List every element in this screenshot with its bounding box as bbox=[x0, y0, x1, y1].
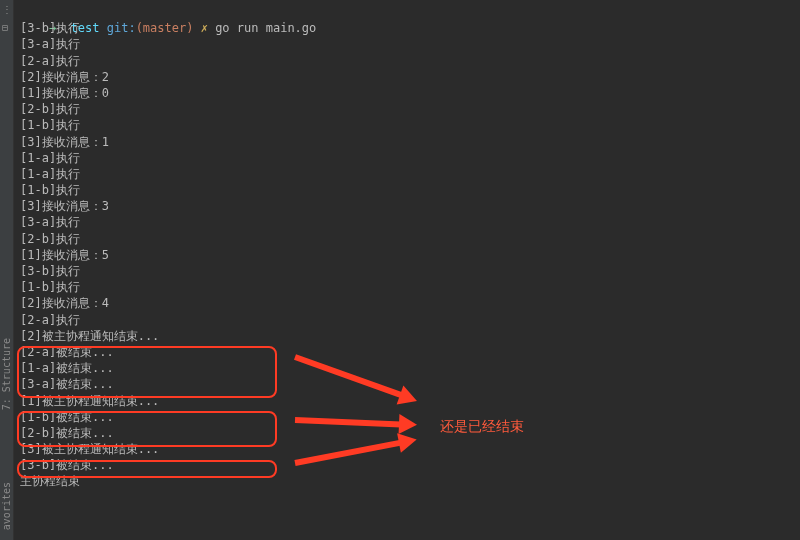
prompt-git-label: git: bbox=[107, 21, 136, 35]
output-line: [3]接收消息：1 bbox=[20, 134, 800, 150]
terminal-panel[interactable]: → test git:(master) ✗ go run main.go [3-… bbox=[14, 0, 800, 540]
output-line: [2]被主协程通知结束... bbox=[20, 328, 800, 344]
output-line: [2-b]执行 bbox=[20, 101, 800, 117]
output-line: [3]接收消息：3 bbox=[20, 198, 800, 214]
output-line: [1-b]执行 bbox=[20, 182, 800, 198]
output-line: [2]接收消息：2 bbox=[20, 69, 800, 85]
output-line: [3-a]执行 bbox=[20, 214, 800, 230]
output-line: [3-b]执行 bbox=[20, 263, 800, 279]
gutter-db-icon: ⊟ bbox=[2, 22, 8, 33]
output-line: [1-b]执行 bbox=[20, 117, 800, 133]
output-line: [2-a]执行 bbox=[20, 53, 800, 69]
output-line: [1]接收消息：5 bbox=[20, 247, 800, 263]
output-line: [2-a]执行 bbox=[20, 312, 800, 328]
output-line: [3-b]被结束... bbox=[20, 457, 800, 473]
gutter-icon: ⋮ bbox=[2, 4, 12, 15]
output-line: [1-a]被结束... bbox=[20, 360, 800, 376]
annotation-text: 还是已经结束 bbox=[440, 418, 524, 436]
output-line: [3]被主协程通知结束... bbox=[20, 441, 800, 457]
prompt-line: → test git:(master) ✗ go run main.go bbox=[20, 4, 800, 20]
output-line: [1-a]执行 bbox=[20, 166, 800, 182]
output-line: [1-b]被结束... bbox=[20, 409, 800, 425]
output-line: [3-a]被结束... bbox=[20, 376, 800, 392]
output-line: [1]接收消息：0 bbox=[20, 85, 800, 101]
prompt-branch: (master) bbox=[136, 21, 194, 35]
prompt-command: go run main.go bbox=[215, 21, 316, 35]
output-line: [3-a]执行 bbox=[20, 36, 800, 52]
terminal-output: [3-b]执行[3-a]执行[2-a]执行[2]接收消息：2[1]接收消息：0[… bbox=[20, 20, 800, 489]
ide-left-gutter: ⋮ ⊟ 7: Structure avorites bbox=[0, 0, 14, 540]
output-line: [2-b]被结束... bbox=[20, 425, 800, 441]
sidebar-structure-tab[interactable]: 7: Structure bbox=[1, 338, 12, 410]
prompt-dirty-icon: ✗ bbox=[201, 21, 208, 35]
output-line: [2-b]执行 bbox=[20, 231, 800, 247]
output-line: [2]接收消息：4 bbox=[20, 295, 800, 311]
output-line: [1-a]执行 bbox=[20, 150, 800, 166]
output-line: [1-b]执行 bbox=[20, 279, 800, 295]
sidebar-favorites-tab[interactable]: avorites bbox=[1, 482, 12, 530]
output-line: [1]被主协程通知结束... bbox=[20, 393, 800, 409]
output-line: 主协程结束 bbox=[20, 473, 800, 489]
output-line: [2-a]被结束... bbox=[20, 344, 800, 360]
